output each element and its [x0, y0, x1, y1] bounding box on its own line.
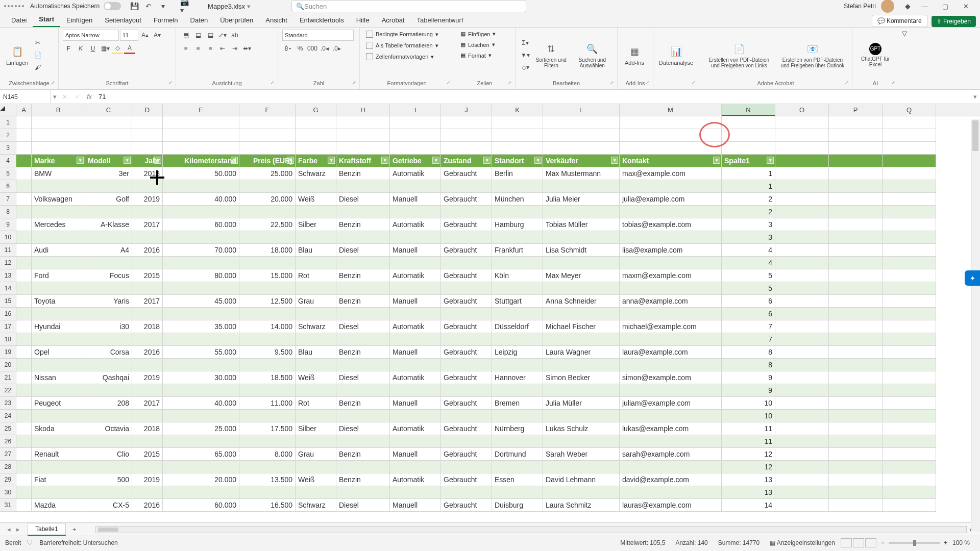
grid-row[interactable]: 103: [0, 231, 980, 244]
cell[interactable]: [441, 333, 492, 346]
cell[interactable]: 7: [722, 320, 775, 333]
cell[interactable]: Silber: [296, 422, 336, 435]
cell[interactable]: Benzin: [336, 346, 390, 359]
cell[interactable]: [441, 435, 492, 448]
cell[interactable]: [85, 282, 132, 295]
cell[interactable]: [16, 435, 32, 448]
cell[interactable]: 13: [722, 486, 775, 499]
col-header-F[interactable]: F: [239, 104, 296, 116]
cell[interactable]: [829, 167, 883, 180]
cell[interactable]: 1: [722, 167, 775, 180]
cell[interactable]: [296, 308, 336, 320]
row-header[interactable]: 9: [0, 218, 16, 231]
cell[interactable]: [336, 231, 390, 244]
cell[interactable]: 2018: [132, 167, 163, 180]
grid-row[interactable]: 61: [0, 180, 980, 193]
cell[interactable]: [390, 384, 441, 397]
cell[interactable]: Benzin: [336, 397, 390, 410]
cell[interactable]: [492, 435, 543, 448]
cell[interactable]: Audi: [32, 244, 85, 257]
cell[interactable]: Toyota: [32, 295, 85, 308]
cell[interactable]: [32, 142, 85, 155]
cell[interactable]: 11: [722, 435, 775, 448]
cell[interactable]: Silber: [296, 218, 336, 231]
cell[interactable]: 2019: [132, 193, 163, 206]
col-header-N[interactable]: N: [722, 104, 775, 116]
cell[interactable]: [239, 435, 296, 448]
cell[interactable]: Clio: [85, 448, 132, 461]
grid-row[interactable]: 21NissanQashqai201930.00018.500WeißDiese…: [0, 371, 980, 384]
tab-tabellenentwurf[interactable]: Tabellenentwurf: [410, 13, 469, 27]
row-header[interactable]: 10: [0, 231, 16, 244]
cell[interactable]: 6: [722, 295, 775, 308]
cell[interactable]: [239, 308, 296, 320]
cell[interactable]: [163, 231, 239, 244]
clear-icon[interactable]: ◇▾: [520, 62, 531, 73]
cell[interactable]: [16, 359, 32, 371]
cell[interactable]: [829, 346, 883, 359]
cell[interactable]: [775, 282, 829, 295]
cell[interactable]: [775, 461, 829, 473]
cell[interactable]: Julia Meier: [543, 193, 620, 206]
cell[interactable]: Gebraucht: [441, 167, 492, 180]
cell[interactable]: [32, 308, 85, 320]
cell[interactable]: [441, 142, 492, 155]
cell[interactable]: [16, 295, 32, 308]
cell[interactable]: anna@example.com: [620, 295, 722, 308]
cell[interactable]: [492, 359, 543, 371]
cell[interactable]: [239, 384, 296, 397]
cell[interactable]: Lukas Schulz: [543, 422, 620, 435]
cell[interactable]: max@example.com: [620, 167, 722, 180]
accessibility-icon[interactable]: ⛉: [27, 539, 33, 546]
row-header[interactable]: 16: [0, 308, 16, 320]
cell[interactable]: Frankfurt: [492, 244, 543, 257]
cell[interactable]: Diesel: [336, 193, 390, 206]
cell[interactable]: Modell▾: [85, 155, 132, 167]
row-header[interactable]: 25: [0, 422, 16, 435]
cell[interactable]: [239, 231, 296, 244]
cell[interactable]: [16, 499, 32, 512]
acrobat-pdf-link-button[interactable]: 📄Erstellen von PDF-Dateien und Freigeben…: [703, 40, 775, 70]
cell[interactable]: [492, 231, 543, 244]
grid-row[interactable]: 2: [0, 129, 980, 142]
cell[interactable]: 80.000: [163, 269, 239, 282]
grid-row[interactable]: 19OpelCorsa201655.0009.500BlauBenzinManu…: [0, 346, 980, 359]
cell[interactable]: [543, 435, 620, 448]
cell[interactable]: [16, 308, 32, 320]
cell[interactable]: [620, 308, 722, 320]
cell[interactable]: Nürnberg: [492, 422, 543, 435]
addins-button[interactable]: ▦Add-Ins: [622, 42, 647, 68]
cell[interactable]: Benzin: [336, 167, 390, 180]
cell[interactable]: [390, 231, 441, 244]
row-header[interactable]: 28: [0, 461, 16, 473]
cell[interactable]: Automatik: [390, 167, 441, 180]
cell[interactable]: 2019: [132, 371, 163, 384]
cell[interactable]: Max Meyer: [543, 269, 620, 282]
col-header-Q[interactable]: Q: [883, 104, 936, 116]
cell[interactable]: 60.000: [163, 499, 239, 512]
cell[interactable]: [441, 384, 492, 397]
cell[interactable]: [32, 359, 85, 371]
cell[interactable]: tobias@example.com: [620, 218, 722, 231]
cell[interactable]: [16, 346, 32, 359]
cell[interactable]: Ford: [32, 269, 85, 282]
cell[interactable]: Octavia: [85, 422, 132, 435]
cell[interactable]: Golf: [85, 193, 132, 206]
cell[interactable]: 10: [722, 397, 775, 410]
cell[interactable]: Laura Wagner: [543, 346, 620, 359]
cell[interactable]: [85, 142, 132, 155]
cell[interactable]: [296, 384, 336, 397]
number-format-select[interactable]: Standard: [282, 30, 354, 41]
cell[interactable]: [441, 410, 492, 422]
align-left-icon[interactable]: ≡: [180, 43, 191, 54]
cell[interactable]: CX-5: [85, 499, 132, 512]
cell[interactable]: [775, 257, 829, 269]
cell[interactable]: [883, 410, 936, 422]
grid-row[interactable]: 187: [0, 333, 980, 346]
cell[interactable]: [296, 257, 336, 269]
sort-filter-button[interactable]: ⇅Sortieren und Filtern: [533, 40, 570, 70]
cell[interactable]: Gebraucht: [441, 295, 492, 308]
cell[interactable]: Yaris: [85, 295, 132, 308]
cell[interactable]: Gebraucht: [441, 371, 492, 384]
cell[interactable]: [390, 206, 441, 218]
